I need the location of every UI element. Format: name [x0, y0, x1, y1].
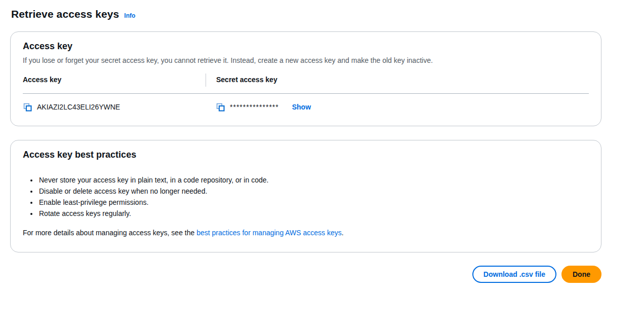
retrieve-access-keys-page: Retrieve access keys Info Access key If … [0, 0, 644, 283]
access-key-value: AKIAZI2LC43ELI26YWNE [37, 103, 120, 111]
footer-text: For more details about managing access k… [23, 229, 196, 237]
access-key-row: AKIAZI2LC43ELI26YWNE *************** Sho… [23, 94, 589, 115]
page-title: Retrieve access keys [11, 8, 119, 20]
best-practice-item: Enable least-privilege permissions. [38, 197, 589, 208]
best-practices-list: Never store your access key in plain tex… [23, 174, 589, 219]
show-secret-link[interactable]: Show [292, 103, 311, 111]
best-practices-footer: For more details about managing access k… [23, 228, 589, 238]
access-key-card-description: If you lose or forget your secret access… [23, 55, 589, 65]
copy-icon [23, 103, 32, 112]
column-header-secret-access-key: Secret access key [206, 76, 589, 84]
column-header-access-key: Access key [23, 76, 206, 84]
done-button[interactable]: Done [561, 266, 601, 283]
action-bar: Download .csv file Done [10, 266, 601, 283]
best-practices-card-title: Access key best practices [23, 150, 589, 160]
access-key-card: Access key If you lose or forget your se… [10, 31, 601, 126]
download-csv-button[interactable]: Download .csv file [472, 266, 556, 283]
best-practice-item: Disable or delete access key when no lon… [38, 186, 589, 197]
copy-icon [216, 103, 225, 112]
access-key-cell: AKIAZI2LC43ELI26YWNE [23, 102, 206, 112]
copy-secret-key-button[interactable] [216, 102, 225, 112]
info-link[interactable]: Info [124, 12, 135, 19]
access-key-table: Access key Secret access key AKIAZI2LC [23, 76, 589, 115]
best-practices-link[interactable]: best practices for managing AWS access k… [196, 229, 342, 237]
best-practices-card: Access key best practices Never store yo… [10, 140, 601, 252]
access-key-card-title: Access key [23, 41, 589, 52]
best-practice-item: Rotate access keys regularly. [38, 208, 589, 219]
copy-access-key-button[interactable] [23, 102, 32, 112]
secret-access-key-cell: *************** Show [206, 102, 589, 112]
best-practice-item: Never store your access key in plain tex… [38, 174, 589, 186]
page-header: Retrieve access keys Info [10, 8, 601, 20]
secret-access-key-masked-value: *************** [230, 103, 279, 111]
footer-text-period: . [342, 229, 344, 237]
access-key-table-header: Access key Secret access key [23, 76, 589, 94]
